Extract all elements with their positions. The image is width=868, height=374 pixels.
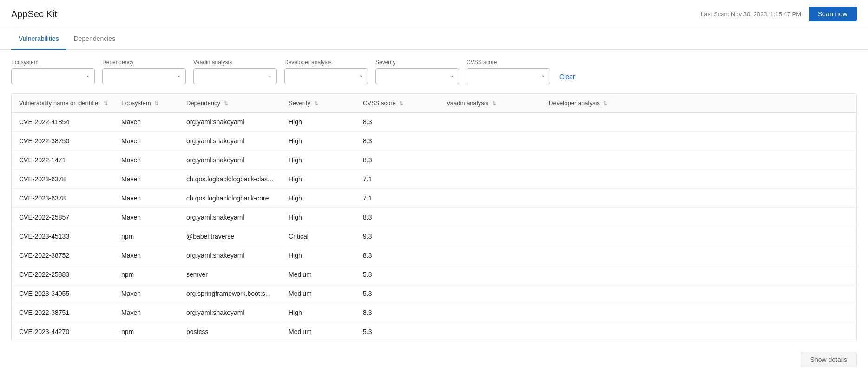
col-header-developer[interactable]: Developer analysis ⇅	[541, 94, 856, 113]
col-header-cvss[interactable]: CVSS score ⇅	[355, 94, 439, 113]
vaadin-label: Vaadin analysis	[193, 59, 277, 66]
row-4-cell-3: High	[281, 189, 355, 208]
sort-icon-name: ⇅	[104, 100, 108, 107]
row-10-cell-4: 8.3	[355, 303, 439, 322]
row-0-cell-5	[439, 113, 541, 132]
row-3-cell-6	[541, 170, 856, 189]
row-10-cell-2: org.yaml:snakeyaml	[179, 303, 281, 322]
row-0-cell-4: 8.3	[355, 113, 439, 132]
row-0-cell-6	[541, 113, 856, 132]
row-11-cell-6	[541, 322, 856, 341]
row-4-cell-4: 7.1	[355, 189, 439, 208]
row-6-cell-5	[439, 227, 541, 246]
row-8-cell-6	[541, 265, 856, 284]
row-1-cell-3: High	[281, 132, 355, 151]
footer-bar: Show details	[789, 345, 868, 374]
row-7-cell-0: CVE-2022-38752	[12, 246, 114, 265]
row-8-cell-5	[439, 265, 541, 284]
col-header-dependency[interactable]: Dependency ⇅	[179, 94, 281, 113]
table-row[interactable]: CVE-2023-34055Mavenorg.springframework.b…	[12, 284, 856, 303]
row-8-cell-0: CVE-2022-25883	[12, 265, 114, 284]
table-header-row: Vulnerability name or identifier ⇅ Ecosy…	[12, 94, 856, 113]
row-1-cell-4: 8.3	[355, 132, 439, 151]
table-row[interactable]: CVE-2022-25857Mavenorg.yaml:snakeyamlHig…	[12, 208, 856, 227]
table-row[interactable]: CVE-2022-38752Mavenorg.yaml:snakeyamlHig…	[12, 246, 856, 265]
row-6-cell-6	[541, 227, 856, 246]
row-7-cell-1: Maven	[114, 246, 179, 265]
row-1-cell-5	[439, 132, 541, 151]
row-11-cell-5	[439, 322, 541, 341]
clear-button[interactable]: Clear	[558, 69, 577, 84]
table-row[interactable]: CVE-2023-44270npmpostcssMedium5.3	[12, 322, 856, 341]
row-11-cell-1: npm	[114, 322, 179, 341]
row-8-cell-2: semver	[179, 265, 281, 284]
severity-label: Severity	[375, 59, 459, 66]
row-0-cell-2: org.yaml:snakeyaml	[179, 113, 281, 132]
table-row[interactable]: CVE-2023-45133npm@babel:traverseCritical…	[12, 227, 856, 246]
table-row[interactable]: CVE-2023-6378Mavench.qos.logback:logback…	[12, 189, 856, 208]
scan-now-button[interactable]: Scan now	[809, 7, 857, 21]
col-header-vaadin[interactable]: Vaadin analysis ⇅	[439, 94, 541, 113]
app-title: AppSec Kit	[11, 9, 57, 20]
vulnerabilities-table: Vulnerability name or identifier ⇅ Ecosy…	[12, 94, 856, 341]
row-10-cell-3: High	[281, 303, 355, 322]
row-5-cell-0: CVE-2022-25857	[12, 208, 114, 227]
row-0-cell-0: CVE-2022-41854	[12, 113, 114, 132]
table-row[interactable]: CVE-2022-38750Mavenorg.yaml:snakeyamlHig…	[12, 132, 856, 151]
developer-filter-group: Developer analysis	[284, 59, 368, 84]
row-9-cell-4: 5.3	[355, 284, 439, 303]
row-5-cell-6	[541, 208, 856, 227]
severity-filter-group: Severity	[375, 59, 459, 84]
tab-dependencies[interactable]: Dependencies	[66, 28, 123, 50]
row-11-cell-3: Medium	[281, 322, 355, 341]
row-10-cell-1: Maven	[114, 303, 179, 322]
row-4-cell-6	[541, 189, 856, 208]
row-1-cell-6	[541, 132, 856, 151]
row-3-cell-1: Maven	[114, 170, 179, 189]
developer-label: Developer analysis	[284, 59, 368, 66]
tab-vulnerabilities[interactable]: Vulnerabilities	[11, 28, 66, 50]
row-2-cell-3: High	[281, 151, 355, 170]
col-header-ecosystem[interactable]: Ecosystem ⇅	[114, 94, 179, 113]
table-row[interactable]: CVE-2022-38751Mavenorg.yaml:snakeyamlHig…	[12, 303, 856, 322]
table-row[interactable]: CVE-2023-6378Mavench.qos.logback:logback…	[12, 170, 856, 189]
row-7-cell-3: High	[281, 246, 355, 265]
row-4-cell-1: Maven	[114, 189, 179, 208]
show-details-button[interactable]: Show details	[801, 352, 857, 367]
row-5-cell-5	[439, 208, 541, 227]
cvss-select[interactable]	[467, 68, 550, 84]
col-header-name[interactable]: Vulnerability name or identifier ⇅	[12, 94, 114, 113]
vaadin-select[interactable]	[193, 68, 277, 84]
cvss-filter-group: CVSS score	[467, 59, 550, 84]
row-8-cell-4: 5.3	[355, 265, 439, 284]
developer-select[interactable]	[284, 68, 368, 84]
col-header-severity[interactable]: Severity ⇅	[281, 94, 355, 113]
row-3-cell-3: High	[281, 170, 355, 189]
row-2-cell-6	[541, 151, 856, 170]
row-11-cell-2: postcss	[179, 322, 281, 341]
table-row[interactable]: CVE-2022-1471Mavenorg.yaml:snakeyamlHigh…	[12, 151, 856, 170]
row-5-cell-1: Maven	[114, 208, 179, 227]
ecosystem-select[interactable]	[11, 68, 95, 84]
row-9-cell-6	[541, 284, 856, 303]
dependency-select[interactable]	[102, 68, 186, 84]
row-10-cell-6	[541, 303, 856, 322]
row-3-cell-0: CVE-2023-6378	[12, 170, 114, 189]
dependency-filter-group: Dependency	[102, 59, 186, 84]
table-row[interactable]: CVE-2022-25883npmsemverMedium5.3	[12, 265, 856, 284]
table-row[interactable]: CVE-2022-41854Mavenorg.yaml:snakeyamlHig…	[12, 113, 856, 132]
row-2-cell-4: 8.3	[355, 151, 439, 170]
dependency-label: Dependency	[102, 59, 186, 66]
row-5-cell-4: 8.3	[355, 208, 439, 227]
row-9-cell-2: org.springframework.boot:s...	[179, 284, 281, 303]
row-9-cell-1: Maven	[114, 284, 179, 303]
row-8-cell-1: npm	[114, 265, 179, 284]
row-0-cell-3: High	[281, 113, 355, 132]
tab-bar: Vulnerabilities Dependencies	[0, 28, 868, 50]
row-7-cell-6	[541, 246, 856, 265]
row-8-cell-3: Medium	[281, 265, 355, 284]
last-scan-text: Last Scan: Nov 30, 2023, 1:15:47 PM	[701, 11, 801, 18]
row-6-cell-0: CVE-2023-45133	[12, 227, 114, 246]
severity-select[interactable]	[375, 68, 459, 84]
sort-icon-ecosystem: ⇅	[154, 100, 158, 107]
